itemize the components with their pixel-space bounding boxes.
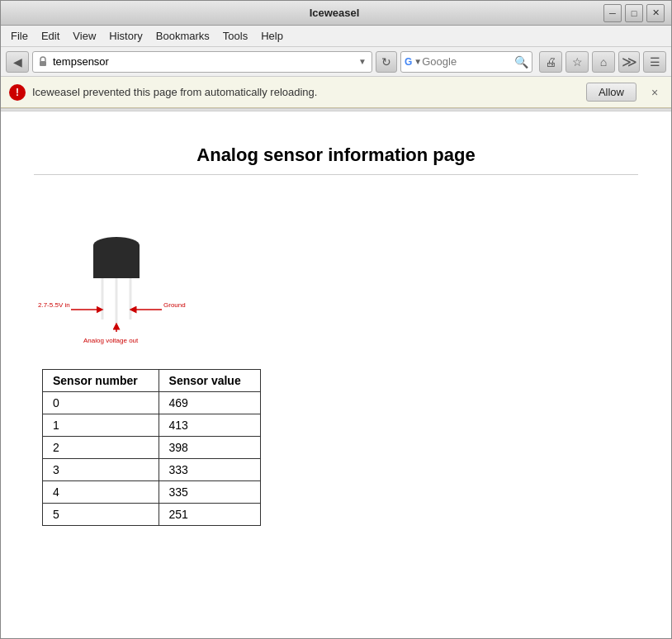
search-go-button[interactable]: 🔍	[514, 55, 528, 69]
svg-rect-0	[40, 61, 46, 66]
table-cell: 5	[43, 504, 159, 526]
notification-icon: !	[9, 84, 26, 101]
sensor-table: Sensor number Sensor value 0469141323983…	[42, 369, 261, 526]
menu-view[interactable]: View	[66, 28, 102, 44]
secure-icon	[36, 55, 50, 69]
sensor-svg: 2.7-5.5V in Ground Analog voltage out	[34, 187, 199, 353]
sensor-image-container: 2.7-5.5V in Ground Analog voltage out	[34, 187, 199, 353]
table-cell: 469	[159, 392, 260, 414]
table-cell: 1	[43, 414, 159, 437]
table-cell: 333	[159, 459, 260, 481]
table-cell: 413	[159, 414, 260, 437]
print-button[interactable]: 🖨	[539, 51, 562, 73]
page-content: Analog sensor information page 2.7-5.5V …	[17, 128, 655, 559]
search-input[interactable]	[422, 55, 514, 68]
table-header-number: Sensor number	[43, 370, 159, 392]
reload-button[interactable]: ↻	[376, 51, 397, 73]
window-controls: ─ □ ✕	[603, 4, 665, 22]
table-cell: 251	[159, 504, 260, 526]
table-row: 5251	[43, 504, 261, 526]
back-button[interactable]: ◀	[6, 51, 29, 73]
menu-bookmarks[interactable]: Bookmarks	[149, 28, 216, 44]
browser-window: Iceweasel ─ □ ✕ File Edit View History B…	[0, 0, 672, 639]
minimize-button[interactable]: ─	[603, 4, 622, 22]
table-header-value: Sensor value	[159, 370, 260, 392]
close-button[interactable]: ✕	[646, 4, 665, 22]
bookmark-button[interactable]: ☆	[566, 51, 589, 73]
table-row: 0469	[43, 392, 261, 414]
svg-text:2.7-5.5V in: 2.7-5.5V in	[38, 301, 70, 309]
menu-edit[interactable]: Edit	[35, 28, 66, 44]
menu-file[interactable]: File	[4, 28, 35, 44]
url-bar[interactable]: ▼	[32, 51, 372, 73]
table-row: 4335	[43, 481, 261, 504]
menu-help[interactable]: Help	[254, 28, 290, 44]
allow-button[interactable]: Allow	[586, 83, 637, 102]
table-cell: 398	[159, 437, 260, 459]
menu-tools[interactable]: Tools	[216, 28, 254, 44]
search-engine-button[interactable]: G ▼	[405, 56, 422, 68]
search-bar[interactable]: G ▼ 🔍	[400, 51, 532, 73]
page-title: Analog sensor information page	[34, 144, 638, 175]
table-cell: 0	[43, 392, 159, 414]
table-cell: 4	[43, 481, 159, 504]
table-row: 1413	[43, 414, 261, 437]
url-input[interactable]	[53, 55, 357, 68]
table-row: 3333	[43, 459, 261, 481]
home-button[interactable]: ⌂	[592, 51, 615, 73]
menu-bar: File Edit View History Bookmarks Tools H…	[1, 26, 671, 47]
address-bar: ◀ ▼ ↻ G ▼ 🔍 🖨 ☆ ⌂ ≫ ☰	[1, 47, 671, 77]
menu-button[interactable]: ☰	[643, 51, 666, 73]
notification-bar: ! Iceweasel prevented this page from aut…	[1, 77, 671, 108]
window-title: Iceweasel	[65, 7, 603, 19]
table-row: 2398	[43, 437, 261, 459]
toolbar-icons: 🖨 ☆ ⌂ ≫ ☰	[539, 51, 666, 73]
table-cell: 2	[43, 437, 159, 459]
svg-text:Analog voltage out: Analog voltage out	[83, 337, 139, 344]
table-cell: 335	[159, 481, 260, 504]
more-tools-button[interactable]: ≫	[618, 51, 640, 73]
maximize-button[interactable]: □	[625, 4, 643, 22]
content-area: Analog sensor information page 2.7-5.5V …	[1, 111, 671, 638]
title-bar: Iceweasel ─ □ ✕	[1, 1, 671, 26]
close-notification-button[interactable]: ×	[646, 84, 663, 101]
url-dropdown-arrow[interactable]: ▼	[357, 57, 368, 66]
table-cell: 3	[43, 459, 159, 481]
menu-history[interactable]: History	[102, 28, 149, 44]
notification-message: Iceweasel prevented this page from autom…	[32, 86, 580, 98]
svg-text:Ground: Ground	[163, 301, 186, 309]
svg-rect-2	[93, 262, 140, 278]
